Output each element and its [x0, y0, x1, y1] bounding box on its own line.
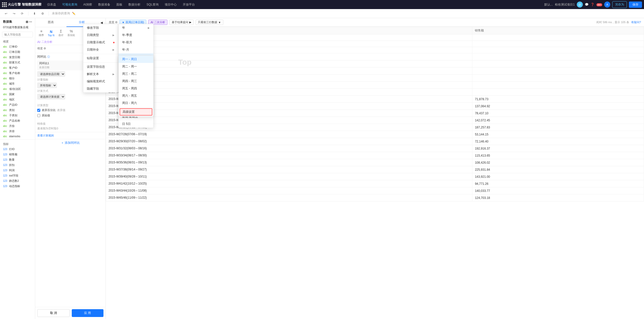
help-icon[interactable]: ❓ [591, 3, 594, 6]
original-value-checkbox[interactable] [37, 114, 40, 117]
view-rule-link[interactable]: 查看计算规则 [37, 134, 54, 137]
cell-date: 2015-W09/10(03/02～03/15) [106, 67, 472, 75]
user-avatar[interactable]: A [604, 2, 610, 8]
field-province[interactable]: abc省/自治区 [0, 86, 35, 92]
biweek-tue-mon[interactable]: 周二 - 周一 [119, 63, 153, 70]
date-type-year[interactable]: 年 ▶ [119, 24, 153, 31]
based-on-result-button[interactable]: 基于结果提问 ▶ [169, 20, 194, 25]
field-dynamic-indicator[interactable]: 123动态指标 [0, 184, 35, 189]
menu-edit-visual[interactable]: 编辑视觉样式 [83, 78, 118, 85]
help-link[interactable]: 有疑问? [631, 20, 641, 24]
date-type-year-quarter[interactable]: 年-季度 [119, 31, 153, 39]
field-category[interactable]: abc类别 [0, 108, 35, 113]
cancel-button[interactable]: 取 消 [37, 309, 70, 317]
field-product-id[interactable]: abc产品ID [0, 102, 35, 108]
download-button[interactable]: ⬇ [31, 11, 38, 17]
date-type-day[interactable]: 日 5日 [119, 120, 153, 128]
nav-visual-query[interactable]: 可视化查询 [60, 2, 80, 8]
menu-date-type[interactable]: 日期类型 ▶ [83, 31, 118, 39]
notification-icon[interactable]: @ [577, 2, 583, 8]
undo-button[interactable]: ↩ [3, 11, 9, 17]
refresh-button[interactable]: ⟳ [19, 11, 25, 17]
field-order-date[interactable]: abc订单日期 [0, 49, 35, 55]
date-select[interactable]: 请选择饮品日期 [37, 71, 65, 77]
menu-drill-settings[interactable]: 钻取设置 [83, 55, 118, 62]
nav-project-center[interactable]: 项目中心 [162, 2, 179, 8]
app-logo: 火山引擎 智能数据洞察 [2, 2, 42, 7]
menu-modify-field[interactable]: 修改字段 [83, 24, 118, 31]
diff-percent-checkbox[interactable] [37, 109, 40, 112]
field-country[interactable]: abc国家 [0, 92, 35, 97]
apply-button[interactable]: 应 用 [72, 309, 104, 317]
biweek-thu-wed[interactable]: 周四 - 周三 [119, 78, 153, 85]
field-subcategory[interactable]: abc子类别 [0, 113, 35, 118]
total-btn[interactable]: Σ 合计 [57, 28, 65, 38]
field-sales[interactable]: 123销售额 [0, 152, 35, 157]
biweek-sat-fri[interactable]: 周六 - 周五 [119, 92, 153, 99]
field-city[interactable]: abc城市 [0, 81, 35, 86]
nav-dashboard[interactable]: 仪表盘 [45, 2, 59, 8]
field-segment[interactable]: abc细分 [0, 76, 35, 81]
field-customer-name[interactable]: abc客户名称 [0, 70, 35, 76]
field-region[interactable]: abc地区 [0, 97, 35, 102]
menu-parse-text[interactable]: 解析文本 ▶ [83, 70, 118, 78]
edit-icon[interactable]: ✏️ [72, 12, 76, 15]
field-row-id[interactable]: 123行ID [0, 147, 35, 152]
sort-icon: ≡ [40, 29, 42, 33]
main-context-menu[interactable]: 修改字段 日期类型 ▶ 日期显示格式 日期补全 ▶ 钻取设置 设置字段信息 解析… [83, 24, 118, 93]
dataset-icon[interactable]: ⊞ ⋯ [26, 20, 32, 24]
field-discount[interactable]: 123折扣 [0, 162, 35, 168]
field-product-name[interactable]: abc产品名称 [0, 118, 35, 123]
advanced-settings-item[interactable]: 高级设置 [120, 108, 152, 116]
biweek-mon-sun[interactable]: 周一 - 周日 [119, 56, 153, 63]
menu-set-field-info[interactable]: 设置字段信息 [83, 63, 118, 70]
biweek-wed-tue[interactable]: 周三 - 周二 [119, 70, 153, 78]
field-month[interactable]: abc月份 [0, 123, 35, 129]
date-type-year-bimonth[interactable]: 年-双月 [119, 39, 153, 46]
nav-data-analysis[interactable]: 数据分析 [126, 2, 143, 8]
nav-open-platform[interactable]: 开放平台 [180, 2, 197, 8]
field-quantity[interactable]: 123数量 [0, 157, 35, 162]
year-biweek-submenu[interactable]: 周一 - 周日 周二 - 周一 周三 - 周二 周四 - 周三 周五 - 周四 … [118, 55, 154, 117]
search-input[interactable] [2, 32, 33, 37]
nav-panel[interactable]: 面板 [114, 2, 125, 8]
tab-chart[interactable]: 图表 [35, 18, 66, 27]
biweek-fri-thu[interactable]: 周五 - 周四 [119, 85, 153, 92]
field-customer-id[interactable]: abc客户ID [0, 65, 35, 70]
menu-date-fill[interactable]: 日期补全 ▶ [83, 46, 118, 53]
add-ring-button[interactable]: ＋ 添加同环比 [61, 141, 80, 145]
menu-hide-field[interactable]: 隐藏字段 [83, 85, 118, 92]
field-ship-date[interactable]: abc发货日期 [0, 55, 35, 60]
field-side-by-side[interactable]: abc并排 [0, 129, 35, 134]
ai-label[interactable]: 二次分析 [41, 40, 52, 44]
message-icon[interactable]: 💬 [585, 3, 589, 6]
sort-btn[interactable]: ≡ 排序 [37, 28, 45, 38]
redo-button[interactable]: ↪ [11, 11, 17, 17]
percent-btn[interactable]: % 百分比 [66, 28, 77, 38]
top-rows-button[interactable]: 只看前三行数据 ▼ [196, 20, 223, 25]
calc-method-select[interactable]: 请选择计算依据 [37, 94, 65, 99]
field-static2[interactable]: 123静态数2 [0, 178, 35, 184]
field-iod[interactable]: 123iod字段 [0, 173, 35, 178]
arrow-icon-2: ▶ [113, 48, 115, 51]
save-alt-button[interactable]: 另存为 [612, 1, 627, 8]
calc-type-row2: 原始值 [37, 114, 103, 117]
menu-separator [83, 54, 118, 54]
biweek-sun-sat[interactable]: 周日 - 周六 [119, 99, 153, 107]
calc-indicator-select[interactable]: 所有指标 [37, 83, 57, 88]
filter-tag-label: 双周(订单日期) [126, 20, 144, 24]
nav-data-prep[interactable]: 数据准备 [96, 2, 113, 8]
field-starrocks[interactable]: abcstarrocks [0, 134, 35, 138]
menu-date-display-format[interactable]: 日期显示格式 [83, 39, 118, 46]
top-n-btn[interactable]: N Top N [46, 29, 56, 38]
project-selector[interactable]: 检收测试项目1 [555, 3, 575, 7]
percent-icon: % [70, 29, 73, 33]
field-profit[interactable]: 123利润 [0, 168, 35, 173]
nav-sql[interactable]: SQL查询 [144, 2, 161, 8]
field-deploy[interactable]: abc部署方式 [0, 60, 35, 65]
save-button[interactable]: 保存 [629, 2, 642, 8]
field-order-id[interactable]: abc订单ID [0, 44, 35, 49]
date-type-year-month[interactable]: 年-月 [119, 46, 153, 53]
nav-ai[interactable]: AI洞察 [81, 2, 95, 8]
settings-button[interactable]: ⚙ [40, 11, 46, 17]
